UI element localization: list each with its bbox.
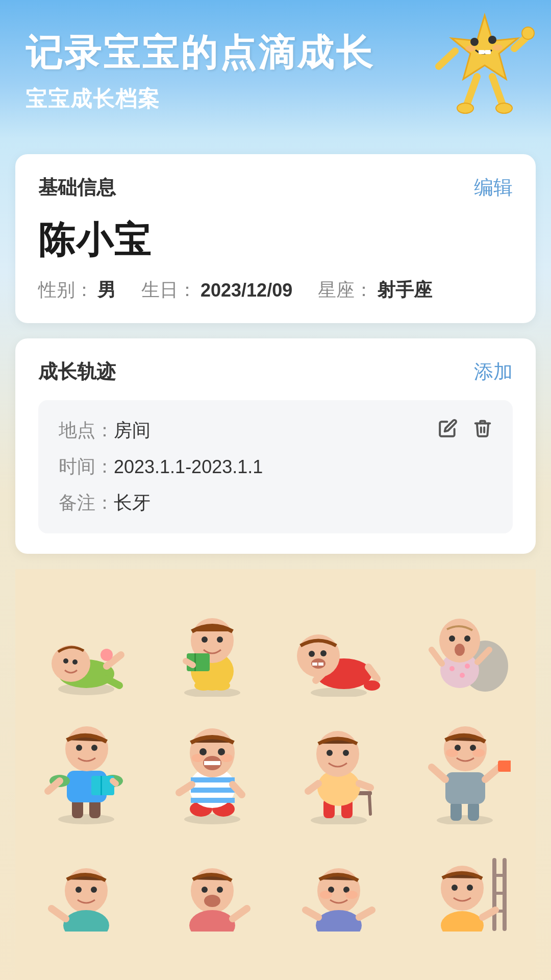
- svg-point-26: [217, 636, 223, 643]
- svg-line-118: [233, 909, 247, 919]
- basic-info-header: 基础信息 编辑: [38, 175, 513, 201]
- svg-point-107: [472, 749, 485, 757]
- location-row: 地点： 房间: [59, 418, 492, 443]
- svg-point-45: [449, 666, 455, 671]
- svg-line-63: [113, 781, 116, 783]
- add-record-button[interactable]: 添加: [474, 359, 513, 385]
- svg-point-46: [460, 673, 465, 678]
- svg-point-31: [212, 680, 230, 691]
- svg-rect-3: [479, 50, 485, 54]
- svg-point-48: [439, 619, 480, 663]
- svg-point-50: [464, 635, 470, 642]
- svg-point-110: [91, 887, 97, 893]
- svg-point-82: [192, 754, 204, 762]
- svg-rect-81: [212, 761, 220, 765]
- svg-line-92: [359, 783, 370, 788]
- baby-figure-5: [26, 712, 147, 824]
- svg-point-67: [184, 814, 240, 824]
- svg-point-115: [217, 887, 223, 893]
- svg-rect-73: [191, 798, 235, 803]
- baby-figure-4: [405, 590, 526, 702]
- svg-point-49: [449, 635, 455, 642]
- svg-point-36: [320, 650, 327, 656]
- svg-point-96: [437, 815, 493, 824]
- svg-line-60: [48, 781, 60, 791]
- growth-record-item: 地点： 房间: [38, 400, 513, 533]
- svg-line-91: [308, 783, 318, 791]
- svg-line-125: [306, 910, 318, 917]
- svg-point-83: [220, 754, 233, 762]
- gender-label: 性别：: [38, 278, 93, 303]
- svg-point-7: [522, 27, 534, 39]
- zodiac-value: 射手座: [377, 278, 432, 303]
- svg-point-117: [189, 910, 235, 932]
- svg-point-21: [101, 649, 113, 661]
- svg-point-134: [467, 885, 473, 891]
- svg-point-42: [364, 680, 380, 691]
- svg-point-64: [65, 726, 108, 771]
- svg-point-18: [72, 659, 78, 665]
- svg-point-11: [496, 103, 512, 113]
- header-section: 记录宝宝的点滴成长 宝宝成长档案: [0, 0, 551, 139]
- svg-point-84: [311, 815, 367, 824]
- svg-point-17: [63, 658, 68, 664]
- svg-point-124: [316, 910, 362, 932]
- svg-rect-72: [191, 788, 235, 793]
- svg-point-109: [76, 887, 82, 893]
- svg-point-25: [202, 636, 208, 643]
- svg-point-111: [63, 910, 109, 932]
- svg-line-101: [485, 767, 499, 779]
- baby-name: 陈小宝: [38, 216, 513, 265]
- svg-point-123: [345, 891, 358, 899]
- zodiac-item: 星座： 射手座: [318, 278, 432, 303]
- basic-info-card: 基础信息 编辑 陈小宝 性别： 男 生日： 2023/12/09 星座： 射手座: [15, 154, 536, 323]
- svg-rect-62: [101, 776, 102, 795]
- svg-point-12: [465, 45, 475, 52]
- svg-point-106: [446, 749, 458, 757]
- babies-row-3: [15, 835, 536, 947]
- svg-point-114: [202, 887, 208, 893]
- svg-point-51: [455, 644, 465, 656]
- time-row: 时间： 2023.1.1-2023.1.1: [59, 454, 492, 479]
- edit-button[interactable]: 编辑: [474, 175, 513, 201]
- svg-point-94: [327, 750, 333, 756]
- location-value: 房间: [114, 418, 151, 443]
- svg-point-122: [320, 891, 332, 899]
- svg-rect-102: [498, 761, 511, 772]
- basic-info-title: 基础信息: [38, 175, 116, 201]
- edit-record-button[interactable]: [438, 419, 458, 443]
- babies-row-1: [15, 579, 536, 712]
- svg-point-13: [492, 44, 503, 51]
- gender-value: 男: [97, 278, 116, 303]
- svg-line-8: [467, 77, 477, 105]
- svg-point-54: [58, 814, 114, 824]
- svg-line-100: [432, 767, 445, 779]
- svg-line-10: [492, 77, 503, 105]
- note-value: 长牙: [114, 491, 151, 516]
- record-actions: [438, 419, 492, 443]
- location-label: 地点：: [59, 418, 114, 443]
- svg-point-30: [194, 680, 213, 691]
- svg-line-52: [432, 650, 442, 664]
- baby-figure-6: [152, 712, 273, 824]
- svg-rect-28: [194, 653, 196, 671]
- birthday-label: 生日：: [141, 278, 196, 303]
- star-mascot: [434, 10, 536, 122]
- baby-figure-2: [152, 590, 273, 702]
- svg-rect-39: [318, 663, 323, 666]
- birthday-item: 生日： 2023/12/09: [141, 278, 292, 303]
- gender-item: 性别： 男: [38, 278, 116, 303]
- growth-track-title: 成长轨迹: [38, 359, 116, 385]
- delete-record-button[interactable]: [473, 419, 492, 443]
- baby-figure-9: [26, 835, 147, 947]
- svg-line-87: [369, 795, 370, 814]
- svg-point-95: [343, 750, 349, 756]
- svg-point-133: [452, 885, 458, 891]
- birthday-value: 2023/12/09: [201, 280, 292, 301]
- note-label: 备注：: [59, 491, 114, 516]
- svg-point-66: [91, 745, 97, 751]
- svg-line-112: [52, 909, 66, 919]
- zodiac-label: 星座：: [318, 278, 373, 303]
- svg-rect-38: [312, 663, 317, 666]
- svg-point-9: [457, 103, 473, 113]
